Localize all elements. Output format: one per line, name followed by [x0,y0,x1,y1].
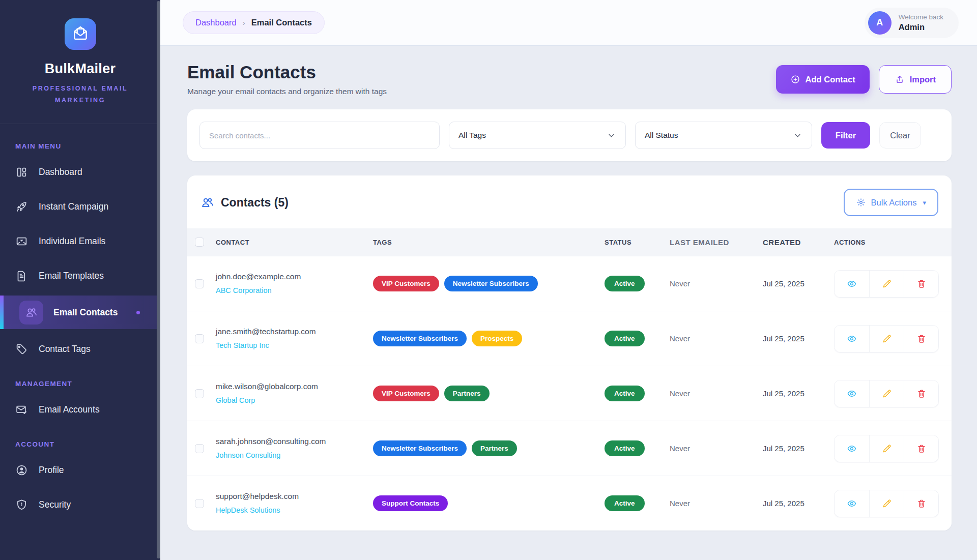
sidebar-item-email-contacts[interactable]: Email Contacts [0,296,160,329]
delete-button[interactable] [904,326,938,352]
pencil-icon [882,498,892,509]
status-badge: Active [605,331,645,346]
user-menu[interactable]: A Welcome back Admin [865,8,959,38]
created-date: Jul 25, 2025 [763,444,834,453]
column-status: STATUS [605,239,670,246]
clear-button[interactable]: Clear [879,122,921,149]
row-actions [834,325,939,352]
edit-button[interactable] [869,326,904,352]
view-button[interactable] [835,326,869,352]
bulk-actions-button[interactable]: Bulk Actions ▾ [844,189,938,216]
row-checkbox[interactable] [195,279,204,288]
last-emailed-value: Never [670,389,763,398]
status-badge: Active [605,495,645,511]
tag-pill: Partners [472,440,517,456]
edit-button[interactable] [869,380,904,407]
tags-filter-select[interactable]: All Tags [449,122,626,149]
delete-button[interactable] [904,435,938,462]
created-date: Jul 25, 2025 [763,499,834,508]
status-badge: Active [605,276,645,291]
eye-icon [847,279,857,289]
pencil-icon [882,389,892,399]
contact-company-link[interactable]: HelpDesk Solutions [216,506,280,514]
filter-bar: All Tags All Status Filter Clear [187,109,952,161]
contacts-card: Contacts (5) Bulk Actions ▾ CONTACT TAGS… [187,175,952,530]
active-indicator-dot [136,311,140,314]
breadcrumb-separator: › [243,18,245,27]
status-filter-select[interactable]: All Status [635,122,812,149]
chevron-down-icon [607,131,616,140]
rocket-icon [14,199,28,214]
breadcrumb-dashboard-link[interactable]: Dashboard [195,18,237,27]
row-actions [834,490,939,517]
mail-open-icon [72,24,89,44]
sidebar-item-email-templates[interactable]: Email Templates [0,261,160,290]
add-contact-button[interactable]: Add Contact [776,65,870,94]
sidebar-item-security[interactable]: Security [0,490,160,519]
column-contact: CONTACT [212,239,373,246]
delete-button[interactable] [904,380,938,407]
eye-icon [847,334,857,344]
eye-icon [847,444,857,454]
row-actions [834,380,939,407]
tag-pill: Newsletter Subscribers [444,276,538,291]
edit-button[interactable] [869,490,904,517]
table-row: jane.smith@techstartup.com Tech Startup … [187,311,952,366]
tag-icon [14,342,28,356]
delete-button[interactable] [904,490,938,517]
pencil-icon [882,279,892,289]
contact-email: john.doe@example.com [216,272,373,281]
users-icon [200,196,214,210]
row-checkbox[interactable] [195,444,204,453]
plus-circle-icon [790,74,800,84]
contact-tags: Newsletter SubscribersPartners [373,440,605,456]
select-all-checkbox[interactable] [195,238,204,247]
filter-button[interactable]: Filter [821,122,870,149]
view-button[interactable] [835,380,869,407]
contact-company-link[interactable]: Johnson Consulting [216,451,280,459]
contact-company-link[interactable]: ABC Corporation [216,286,272,294]
view-button[interactable] [835,435,869,462]
last-emailed-value: Never [670,499,763,508]
column-created: CREATED [763,238,834,247]
contacts-count-title: Contacts (5) [200,196,289,210]
column-actions: ACTIONS [834,239,952,246]
table-row: support@helpdesk.com HelpDesk Solutions … [187,476,952,530]
delete-button[interactable] [904,271,938,297]
contact-company-link[interactable]: Tech Startup Inc [216,341,269,349]
edit-button[interactable] [869,435,904,462]
import-button[interactable]: Import [879,65,952,94]
contact-email: support@helpdesk.com [216,492,373,501]
view-button[interactable] [835,271,869,297]
row-actions [834,435,939,462]
avatar: A [868,11,892,35]
pencil-icon [882,334,892,344]
user-circle-icon [14,463,28,477]
edit-button[interactable] [869,271,904,297]
brand-name: BulkMailer [0,61,160,77]
view-button[interactable] [835,490,869,517]
contact-tags: Support Contacts [373,495,605,511]
chevron-down-icon [793,131,802,140]
row-checkbox[interactable] [195,499,204,508]
created-date: Jul 25, 2025 [763,279,834,288]
sidebar-item-profile[interactable]: Profile [0,455,160,485]
contact-email: sarah.johnson@consulting.com [216,437,373,446]
table-header-row: CONTACT TAGS STATUS LAST EMAILED CREATED… [187,228,952,256]
app-window: BulkMailer Professional Email Marketing … [0,0,977,560]
sidebar-item-individual-emails[interactable]: Individual Emails [0,226,160,256]
gear-icon [856,197,866,208]
row-checkbox[interactable] [195,389,204,398]
sidebar-item-contact-tags[interactable]: Contact Tags [0,334,160,364]
shield-icon [14,497,28,512]
mail-heart-icon [14,234,28,248]
search-input[interactable] [199,122,440,149]
row-checkbox[interactable] [195,334,204,343]
upload-icon [895,74,905,84]
contact-company-link[interactable]: Global Corp [216,396,255,404]
sidebar-item-dashboard[interactable]: Dashboard [0,157,160,187]
sidebar-item-email-accounts[interactable]: Email Accounts [0,395,160,424]
sidebar-item-instant-campaign[interactable]: Instant Campaign [0,192,160,221]
tag-pill: Partners [444,386,490,401]
table-row: john.doe@example.com ABC Corporation VIP… [187,256,952,311]
